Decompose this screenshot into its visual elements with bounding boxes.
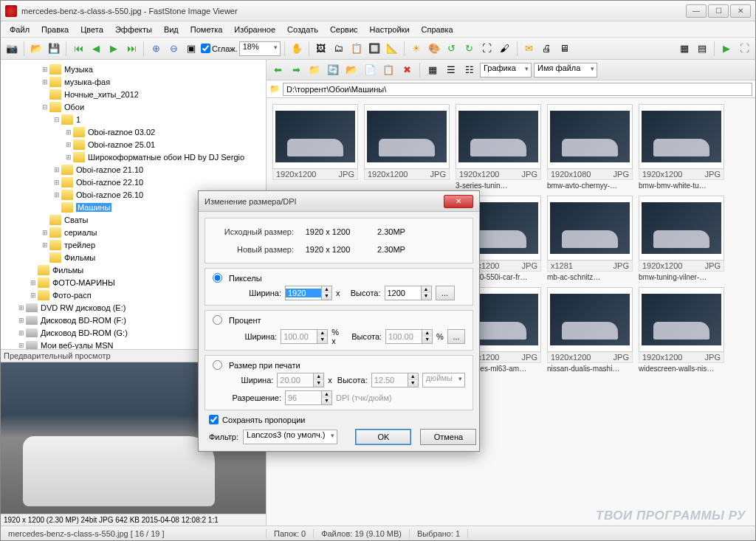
path-input[interactable] (283, 83, 752, 96)
menu-Пометка[interactable]: Пометка (185, 24, 229, 35)
percent-radio[interactable] (213, 315, 222, 325)
thumbnail[interactable]: 1920x1200JPG (364, 104, 450, 190)
thumbnail[interactable]: 1920x1200JPG3-series-tunin… (456, 104, 541, 190)
move-icon[interactable]: 📋 (380, 62, 396, 78)
tool-3-icon[interactable]: 📋 (348, 41, 365, 57)
listview-icon[interactable]: ☰ (443, 62, 459, 78)
view-2-icon[interactable]: ▤ (694, 41, 710, 57)
rotate-right-icon[interactable]: ↻ (461, 41, 478, 57)
slideshow-icon[interactable]: ▶ (718, 41, 735, 57)
thumbnail[interactable]: 1920x1200JPGnissan-dualis-mashi… (547, 287, 633, 373)
menu-Справка[interactable]: Справка (416, 24, 459, 35)
tree-item[interactable]: ⊞Музыка (2, 63, 264, 75)
menu-Вид[interactable]: Вид (158, 24, 185, 35)
menu-Создать[interactable]: Создать (281, 24, 324, 35)
dialog-titlebar[interactable]: Изменение размера/DPI ✕ (199, 191, 479, 212)
print-height-input[interactable] (372, 376, 408, 385)
menu-Настройки[interactable]: Настройки (364, 24, 416, 35)
tree-item[interactable]: ⊞Oboi-raznoe 22.10 (2, 176, 264, 188)
tree-item[interactable]: ⊟1 (2, 113, 264, 125)
brightness-icon[interactable]: ☀ (408, 41, 425, 57)
delete-icon[interactable]: ✖ (399, 62, 415, 78)
tool-1-icon[interactable]: 🖼 (313, 41, 329, 57)
sort-combo[interactable]: Имя файла (534, 63, 597, 77)
arrow-left-icon[interactable]: ⬅ (269, 62, 286, 78)
save-icon[interactable]: 💾 (46, 41, 62, 57)
dpi-spinner[interactable]: ▲▼ (285, 390, 332, 405)
tree-item[interactable]: ⊞музыка-фая (2, 75, 264, 88)
resize-icon[interactable]: ⛶ (479, 41, 495, 57)
zoom-out-icon[interactable]: ⊖ (165, 41, 182, 57)
pct-height-spinner[interactable]: ▲▼ (385, 329, 433, 344)
ok-button[interactable]: OK (355, 429, 411, 445)
thumbnail[interactable]: 1920x1200JPGbmw-bmv-white-tu… (639, 104, 724, 190)
px-width-spinner[interactable]: ▲▼ (285, 286, 332, 300)
tool-2-icon[interactable]: 🗂 (331, 41, 347, 57)
hand-icon[interactable]: ✋ (289, 41, 305, 57)
thumbnail[interactable]: 1920x1080JPGbmw-avto-chernyy-… (547, 104, 633, 190)
mail-icon[interactable]: ✉ (521, 41, 537, 57)
tree-item[interactable]: ⊞Oboi-raznoe 03.02 (2, 125, 264, 138)
refresh-icon[interactable]: 🔄 (325, 62, 341, 78)
thumbview-icon[interactable]: ▦ (425, 62, 441, 78)
pct-preset-button[interactable]: … (447, 329, 465, 344)
print-radio[interactable] (213, 360, 222, 370)
canvas-icon[interactable]: 🖌 (497, 41, 513, 57)
folder-up-icon[interactable]: 📁 (306, 62, 323, 78)
pixels-radio[interactable] (213, 273, 222, 283)
keep-aspect-checkbox[interactable] (209, 415, 219, 424)
tree-item[interactable]: ⊞Oboi-raznoe 25.01 (2, 138, 264, 151)
tool-4-icon[interactable]: 🔲 (366, 41, 382, 57)
rotate-left-icon[interactable]: ↺ (444, 41, 460, 57)
tree-item[interactable]: Ночные_хиты_2012 (2, 88, 264, 100)
camera-icon[interactable]: 📷 (4, 41, 20, 57)
tree-item[interactable]: ⊟Обои (2, 100, 264, 113)
filter-combo[interactable]: Графика (480, 63, 532, 77)
copy-icon[interactable]: 📄 (362, 62, 378, 78)
print-width-input[interactable] (278, 376, 313, 385)
minimize-button[interactable]: — (686, 4, 707, 18)
thumbnail[interactable]: 1920x1200JPG (272, 104, 358, 190)
px-height-spinner[interactable]: ▲▼ (385, 286, 432, 300)
smooth-checkbox[interactable] (201, 44, 210, 53)
pct-width-spinner[interactable]: ▲▼ (281, 329, 328, 344)
menu-Эффекты[interactable]: Эффекты (109, 24, 158, 35)
cancel-button[interactable]: Отмена (420, 429, 476, 445)
menu-Файл[interactable]: Файл (4, 24, 35, 35)
print-icon[interactable]: 🖨 (539, 41, 555, 57)
color-icon[interactable]: 🎨 (426, 41, 442, 57)
zoom-combo[interactable]: 18% (239, 41, 281, 56)
tree-item[interactable]: ⊞Широкоформатные обои HD by DJ Sergio (2, 151, 264, 163)
px-height-input[interactable] (385, 289, 421, 297)
view-1-icon[interactable]: ▦ (676, 41, 693, 57)
dpi-input[interactable] (286, 393, 321, 402)
menu-Правка[interactable]: Правка (35, 24, 75, 35)
print-height-spinner[interactable]: ▲▼ (371, 373, 419, 387)
pct-width-input[interactable] (281, 332, 317, 341)
nav-prev-icon[interactable]: ◀ (88, 41, 104, 57)
detailview-icon[interactable]: ☷ (461, 62, 478, 78)
thumbnail[interactable]: 1920x1200JPGbmw-tuning-vilner-… (639, 196, 724, 281)
zoom-fit-icon[interactable]: ▣ (183, 41, 199, 57)
print-width-spinner[interactable]: ▲▼ (277, 373, 324, 387)
close-button[interactable]: ✕ (730, 4, 751, 18)
thumbnail[interactable]: x1281JPGmb-ac-schnitz… (547, 196, 633, 281)
fullscreen-icon[interactable]: ⛶ (736, 41, 752, 57)
nav-first-icon[interactable]: ⏮ (70, 41, 86, 57)
menu-Сервис[interactable]: Сервис (324, 24, 364, 35)
arrow-right-icon[interactable]: ➡ (288, 62, 304, 78)
px-preset-button[interactable]: … (436, 286, 455, 300)
zoom-in-icon[interactable]: ⊕ (148, 41, 164, 57)
tree-item[interactable]: ⊞Oboi-raznoe 21.10 (2, 163, 264, 176)
pct-height-input[interactable] (386, 332, 422, 341)
menu-Избранное[interactable]: Избранное (228, 24, 281, 35)
print-unit-combo[interactable]: дюймы (422, 373, 465, 387)
maximize-button[interactable]: ☐ (708, 4, 729, 18)
px-width-input[interactable] (286, 289, 321, 297)
nav-next-icon[interactable]: ▶ (106, 41, 122, 57)
nav-last-icon[interactable]: ⏭ (123, 41, 140, 57)
thumbnail[interactable]: 1920x1200JPGwidescreen-walls-nis… (639, 287, 724, 373)
filter-combo[interactable]: Lanczos3 (по умолч.) (243, 430, 337, 444)
wallpaper-icon[interactable]: 🖥 (557, 41, 573, 57)
dialog-close-button[interactable]: ✕ (444, 195, 473, 208)
